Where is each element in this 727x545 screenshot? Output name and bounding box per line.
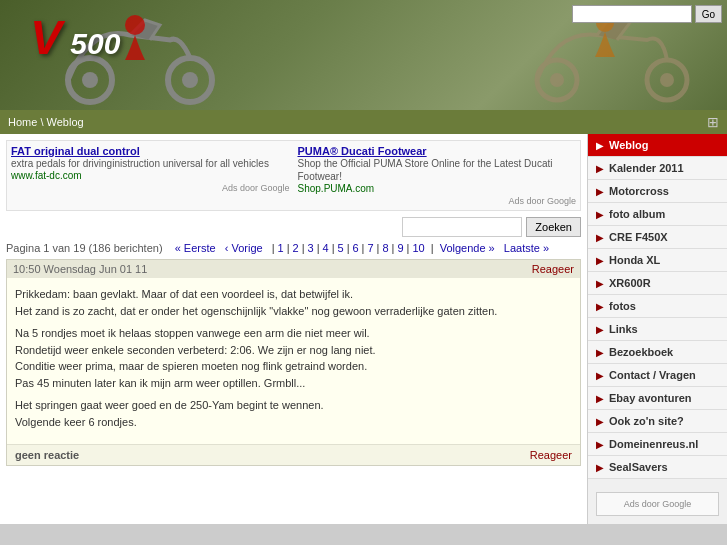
sidebar-arrow-sealsavers: ▶ [596,462,604,473]
pagination-page-5[interactable]: 5 [338,242,344,254]
sidebar-ads-label: Ads door Google [603,499,712,509]
main-layout: FAT original dual control extra pedals f… [0,134,727,524]
pagination-page-7[interactable]: 7 [367,242,373,254]
sidebar-label-contact-vragen: Contact / Vragen [609,369,696,381]
sidebar-item-contact-vragen[interactable]: ▶ Contact / Vragen [588,364,727,387]
sidebar-label-ook-zon-site: Ook zo'n site? [609,415,684,427]
sidebar-label-honda-xl: Honda XL [609,254,660,266]
sidebar-label-links: Links [609,323,638,335]
blog-post-body: Prikkedam: baan gevlakt. Maar of dat een… [7,278,580,444]
ad-2-text: Shop the Official PUMA Store Online for … [298,157,577,183]
ad-block-1: FAT original dual control extra pedals f… [11,145,290,206]
search-button[interactable]: Zoeken [526,217,581,237]
search-bar: Zoeken [6,217,581,237]
pagination: Pagina 1 van 19 (186 berichten) « Eerste… [6,242,581,254]
sidebar-label-domeinenreus: Domeinenreus.nl [609,438,698,450]
sidebar-item-kalender[interactable]: ▶ Kalender 2011 [588,157,727,180]
breadcrumb-current: Weblog [47,116,84,128]
pagination-page-10[interactable]: 10 [412,242,424,254]
sidebar-item-links[interactable]: ▶ Links [588,318,727,341]
sidebar-arrow-ook-zon-site: ▶ [596,416,604,427]
sidebar-arrow-fotos: ▶ [596,301,604,312]
sidebar-arrow-xr600r: ▶ [596,278,604,289]
ad-bar: FAT original dual control extra pedals f… [6,140,581,211]
sidebar-item-fotos[interactable]: ▶ fotos [588,295,727,318]
site-logo: V 500 [30,10,120,65]
sidebar: ▶ Weblog ▶ Kalender 2011 ▶ Motorcross ▶ … [587,134,727,524]
sidebar-item-sealsavers[interactable]: ▶ SealSavers [588,456,727,479]
pagination-page-2[interactable]: 2 [293,242,299,254]
pagination-prev[interactable]: ‹ Vorige [225,242,263,254]
pagination-next[interactable]: Volgende » [440,242,495,254]
sidebar-label-kalender: Kalender 2011 [609,162,684,174]
sidebar-arrow-ebay: ▶ [596,393,604,404]
blog-post-header: 10:50 Woensdag Jun 01 11 Reageer [7,260,580,278]
sidebar-arrow-links: ▶ [596,324,604,335]
sidebar-label-xr600r: XR600R [609,277,651,289]
search-input[interactable] [402,217,522,237]
ad-block-2: PUMA® Ducati Footwear Shop the Official … [298,145,577,206]
ad-1-url: www.fat-dc.com [11,170,290,181]
sidebar-arrow-bezoekboek: ▶ [596,347,604,358]
sidebar-label-foto-album: foto album [609,208,665,220]
sidebar-item-domeinenreus[interactable]: ▶ Domeinenreus.nl [588,433,727,456]
pagination-page-8[interactable]: 8 [382,242,388,254]
ad-2-title[interactable]: PUMA® Ducati Footwear [298,145,577,157]
sidebar-label-bezoekboek: Bezoekboek [609,346,673,358]
blog-post: 10:50 Woensdag Jun 01 11 Reageer Prikked… [6,259,581,466]
sidebar-item-bezoekboek[interactable]: ▶ Bezoekboek [588,341,727,364]
pagination-page-4[interactable]: 4 [323,242,329,254]
pagination-separator: | [272,242,275,254]
header-search-button[interactable]: Go [695,5,722,23]
svg-point-4 [125,15,145,35]
blog-post-para-3: Het springen gaat weer goed en de 250-Ya… [15,397,572,430]
breadcrumb-home[interactable]: Home [8,116,37,128]
pagination-last[interactable]: Laatste » [504,242,549,254]
sidebar-item-cre-f450x[interactable]: ▶ CRE F450X [588,226,727,249]
header-search-input[interactable] [572,5,692,23]
svg-point-2 [82,72,98,88]
sidebar-label-weblog: Weblog [609,139,649,151]
pagination-first[interactable]: « Eerste [175,242,216,254]
content-area: FAT original dual control extra pedals f… [0,134,587,524]
sidebar-label-ebay: Ebay avonturen [609,392,692,404]
blog-post-para-2: Na 5 rondjes moet ik helaas stoppen vanw… [15,325,572,391]
pagination-page-9[interactable]: 9 [397,242,403,254]
sidebar-label-cre-f450x: CRE F450X [609,231,668,243]
blog-post-timestamp: 10:50 Woensdag Jun 01 11 [13,263,147,275]
sidebar-item-weblog[interactable]: ▶ Weblog [588,134,727,157]
ad-1-title[interactable]: FAT original dual control [11,145,290,157]
svg-point-3 [182,72,198,88]
sidebar-item-motorcross[interactable]: ▶ Motorcross [588,180,727,203]
sidebar-arrow-contact-vragen: ▶ [596,370,604,381]
ad-2-url: Shop.PUMA.com [298,183,577,194]
svg-point-8 [660,73,674,87]
pagination-page-1[interactable]: 1 [278,242,284,254]
svg-point-7 [550,73,564,87]
pagination-page-3[interactable]: 3 [308,242,314,254]
sidebar-arrow-domeinenreus: ▶ [596,439,604,450]
pagination-page-6[interactable]: 6 [352,242,358,254]
sidebar-arrow-cre-f450x: ▶ [596,232,604,243]
sidebar-item-honda-xl[interactable]: ▶ Honda XL [588,249,727,272]
blog-post-reageer-top[interactable]: Reageer [532,263,574,275]
sidebar-arrow-motorcross: ▶ [596,186,604,197]
ad-1-text: extra pedals for drivinginistruction uni… [11,157,290,170]
sidebar-item-xr600r[interactable]: ▶ XR600R [588,272,727,295]
sidebar-item-foto-album[interactable]: ▶ foto album [588,203,727,226]
sidebar-ads-box: Ads door Google [596,492,719,516]
header-search-area: Go [572,5,722,23]
sidebar-label-motorcross: Motorcross [609,185,669,197]
ad-2-label: Ads door Google [298,196,577,206]
sidebar-label-fotos: fotos [609,300,636,312]
sidebar-arrow-kalender: ▶ [596,163,604,174]
blog-post-reageer-bottom[interactable]: Reageer [530,449,572,461]
breadcrumb: Home \ Weblog ⊞ [0,110,727,134]
sidebar-label-sealsavers: SealSavers [609,461,668,473]
sidebar-item-ebay[interactable]: ▶ Ebay avonturen [588,387,727,410]
sidebar-item-ook-zon-site[interactable]: ▶ Ook zo'n site? [588,410,727,433]
blog-post-para-1: Prikkedam: baan gevlakt. Maar of dat een… [15,286,572,319]
sidebar-arrow-weblog: ▶ [596,140,604,151]
sidebar-arrow-honda-xl: ▶ [596,255,604,266]
blog-post-footer: geen reactie Reageer [7,444,580,465]
